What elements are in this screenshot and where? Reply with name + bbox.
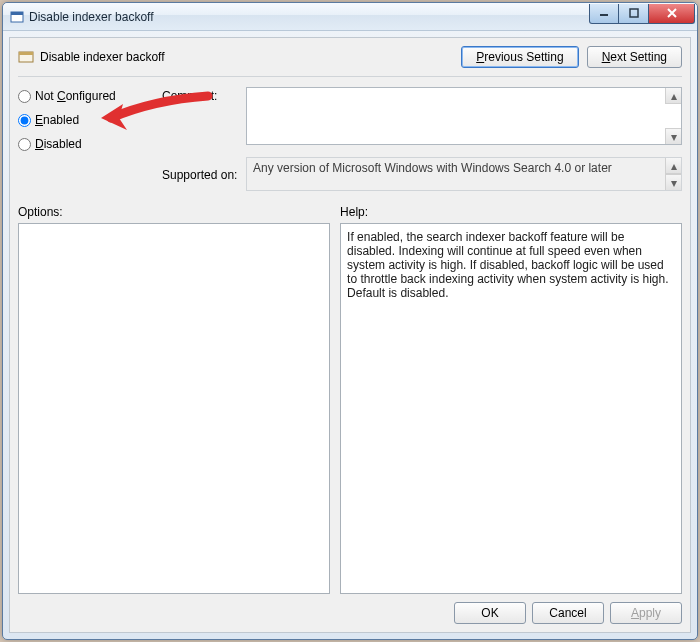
radio-enabled-label: Enabled [35,113,79,127]
app-icon [9,9,25,25]
supported-on-value: Any version of Microsoft Windows with Wi… [253,161,612,175]
titlebar[interactable]: Disable indexer backoff [3,3,697,31]
svg-rect-2 [600,14,608,16]
radio-disabled-label: Disabled [35,137,82,151]
previous-setting-button[interactable]: Previous Setting [461,46,578,68]
help-panel[interactable]: If enabled, the search indexer backoff f… [340,223,682,594]
minimize-icon [599,8,609,18]
lower-panels: Options: Help: If enabled, the search in… [18,205,682,594]
supported-on-field: Any version of Microsoft Windows with Wi… [246,157,682,191]
cancel-button[interactable]: Cancel [532,602,604,624]
next-setting-button[interactable]: Next Setting [587,46,682,68]
dialog-buttons: OK Cancel Apply [18,594,682,624]
svg-rect-1 [11,12,23,15]
maximize-icon [629,8,639,18]
supported-on-label: Supported on: [162,166,242,182]
maximize-button[interactable] [619,4,649,24]
window-controls [589,4,695,24]
scroll-up-icon[interactable]: ▴ [665,158,681,174]
radio-disabled[interactable]: Disabled [18,137,158,151]
radio-not-configured-input[interactable] [18,90,31,103]
radio-not-configured[interactable]: Not Configured [18,89,158,103]
policy-icon [18,49,34,65]
help-column: Help: If enabled, the search indexer bac… [340,205,682,594]
scroll-down-icon[interactable]: ▾ [665,174,681,190]
upper-grid: Not Configured Enabled Disabled Comment:… [18,87,682,191]
options-column: Options: [18,205,330,594]
page-title: Disable indexer backoff [40,50,461,64]
radio-disabled-input[interactable] [18,138,31,151]
radio-not-configured-label: Not Configured [35,89,116,103]
close-icon [666,8,678,18]
next-label-rest: ext Setting [610,50,667,64]
prev-label-rest: revious Setting [484,50,563,64]
options-panel[interactable] [18,223,330,594]
radio-enabled-input[interactable] [18,114,31,127]
svg-rect-3 [630,9,638,17]
minimize-button[interactable] [589,4,619,24]
help-label: Help: [340,205,682,219]
ok-button[interactable]: OK [454,602,526,624]
comment-field[interactable]: ▴ ▾ [246,87,682,145]
header-row: Disable indexer backoff Previous Setting… [18,46,682,68]
scroll-up-icon[interactable]: ▴ [665,88,681,104]
client-area: Disable indexer backoff Previous Setting… [9,37,691,633]
svg-rect-5 [19,52,33,55]
divider [18,76,682,77]
state-radios: Not Configured Enabled Disabled [18,87,158,151]
apply-button[interactable]: Apply [610,602,682,624]
window-title: Disable indexer backoff [29,10,589,24]
comment-label: Comment: [162,87,242,103]
dialog-window: Disable indexer backoff Disable indexer … [2,2,698,640]
options-label: Options: [18,205,330,219]
close-button[interactable] [649,4,695,24]
radio-enabled[interactable]: Enabled [18,113,158,127]
apply-rest: pply [639,606,661,620]
help-value: If enabled, the search indexer backoff f… [347,230,668,300]
scroll-down-icon[interactable]: ▾ [665,128,681,144]
